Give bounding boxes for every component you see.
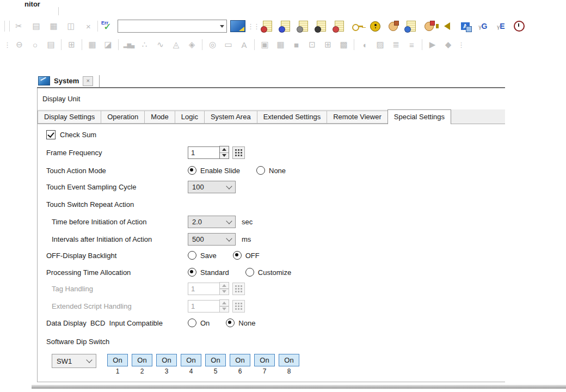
document-tab-system[interactable]: System × [38, 74, 100, 88]
radio-icon[interactable] [188, 166, 196, 175]
radio-on[interactable]: On [188, 318, 210, 327]
security-settings-icon[interactable] [368, 20, 382, 33]
tab-remote-viewer[interactable]: Remote Viewer [327, 111, 388, 124]
picture-display-icon[interactable]: ▭ [222, 38, 235, 51]
spin-down-button[interactable] [220, 152, 229, 159]
scatter-graph-icon[interactable]: ∴ [138, 38, 151, 51]
tab-mode[interactable]: Mode [144, 111, 175, 124]
monitor-display-icon[interactable]: ⊡ [305, 38, 319, 51]
copy-icon[interactable]: ▤ [29, 20, 43, 33]
key-settings-icon[interactable] [350, 20, 364, 33]
radio-icon[interactable] [188, 268, 196, 277]
touch-operation-icon[interactable] [422, 20, 436, 33]
radio-enable-slide[interactable]: Enable Slide [188, 166, 240, 175]
time-before-dropdown[interactable]: 2.0 [188, 216, 236, 228]
sound-settings-icon[interactable] [440, 20, 454, 33]
radio-icon[interactable] [233, 251, 242, 260]
menu-fragment[interactable]: nitor [24, 0, 40, 8]
spin-down-button[interactable] [220, 289, 229, 295]
spin-up-button[interactable] [220, 146, 229, 152]
system-settings-icon[interactable] [297, 20, 310, 33]
dip-switch-selector[interactable]: SW1 [52, 354, 96, 368]
copy-screen-icon[interactable] [333, 20, 346, 33]
bar-graph-icon[interactable]: ▂▆▄ [122, 38, 136, 51]
dip-switch-button[interactable]: On [132, 354, 152, 366]
radio-save[interactable]: Save [188, 251, 217, 260]
tab-system-area[interactable]: System Area [204, 111, 257, 124]
hand-data-icon[interactable] [386, 20, 400, 33]
radio-icon[interactable] [226, 318, 235, 327]
csv-export-icon[interactable] [315, 20, 328, 33]
intervals-after-dropdown[interactable]: 500 [188, 233, 236, 246]
schedule-table-icon[interactable] [404, 20, 418, 33]
delete-icon[interactable]: × [82, 20, 95, 33]
extended-function-icon[interactable]: γE [494, 20, 508, 33]
keypad-part-icon[interactable]: ▦ [85, 38, 99, 51]
horizontal-scrollbar[interactable] [32, 385, 566, 389]
radio-icon[interactable] [188, 251, 196, 260]
language-change-icon[interactable]: A [458, 20, 472, 33]
switch-part-icon[interactable]: ⊖ [13, 38, 26, 51]
dip-switch-button[interactable]: On [107, 354, 128, 366]
global-function-icon[interactable]: γG [476, 20, 490, 33]
data-list-icon[interactable]: ≣ [389, 38, 403, 51]
historical-trend-icon[interactable]: ◎ [206, 38, 219, 51]
window-part-icon[interactable]: ▣ [258, 38, 272, 51]
screen-select-combobox[interactable] [118, 20, 227, 33]
comment-part-icon[interactable]: ◖ [358, 38, 371, 51]
duplicate-icon[interactable]: ◫ [64, 20, 78, 33]
tab-logic[interactable]: Logic [175, 111, 205, 124]
dip-switch-button[interactable]: On [181, 354, 201, 366]
dip-switch-button[interactable]: On [230, 354, 250, 366]
cut-icon[interactable]: ✂ [12, 20, 26, 33]
spinner-value-field[interactable]: 1 [188, 300, 219, 313]
keypad-button[interactable] [232, 283, 245, 295]
message-part-icon[interactable]: ▤ [44, 38, 58, 51]
alarm-list-icon[interactable]: ≡ [405, 38, 419, 51]
radio-off[interactable]: OFF [233, 251, 260, 260]
meter-part-icon[interactable]: ◈ [185, 38, 199, 51]
spinner-value-field[interactable]: 1 [188, 146, 219, 159]
close-icon[interactable]: × [83, 76, 93, 86]
symbol-part-icon[interactable]: ▨ [373, 38, 387, 51]
transfer-project-icon[interactable] [279, 20, 292, 33]
data-block-icon[interactable]: ◪ [101, 38, 115, 51]
sampling-part-icon[interactable]: ◆ [441, 38, 455, 51]
radio-customize[interactable]: Customize [245, 268, 291, 277]
keypad-button[interactable] [232, 300, 245, 313]
screen-preview-button[interactable] [230, 20, 245, 32]
radio-icon[interactable] [188, 318, 196, 327]
spinner-value-field[interactable]: 1 [188, 283, 219, 295]
paste-icon[interactable]: ▦ [47, 20, 60, 33]
film-display-icon[interactable]: ▦ [274, 38, 287, 51]
touch-input-icon[interactable]: ▶ [426, 38, 439, 51]
radio-standard[interactable]: Standard [188, 268, 229, 277]
keypad-button[interactable] [232, 146, 245, 159]
radio-none[interactable]: None [226, 318, 255, 327]
error-check-icon[interactable]: Err ✓ [100, 20, 114, 33]
check-sum-checkbox[interactable] [46, 130, 56, 139]
lamp-part-icon[interactable]: ○ [28, 38, 42, 51]
tab-display-settings[interactable]: Display Settings [38, 111, 101, 124]
spin-down-button[interactable] [220, 306, 229, 313]
package-timer-icon[interactable] [512, 20, 526, 33]
radio-icon[interactable] [256, 166, 265, 175]
dip-switch-button[interactable]: On [279, 354, 299, 366]
date-part-icon[interactable]: ⊞ [65, 38, 78, 51]
dip-switch-button[interactable]: On [254, 354, 275, 366]
tab-special-settings[interactable]: Special Settings [387, 109, 451, 124]
movie-camera-icon[interactable]: ■ [290, 38, 303, 51]
radar-graph-icon[interactable]: ◬ [169, 38, 183, 51]
remote-pc-icon[interactable]: ⊞ [321, 38, 335, 51]
tab-extended-settings[interactable]: Extended Settings [257, 111, 328, 124]
line-graph-icon[interactable]: ∿ [153, 38, 167, 51]
text-display-icon[interactable]: A [237, 38, 251, 51]
spin-up-button[interactable] [220, 300, 229, 306]
radio-icon[interactable] [245, 268, 254, 277]
dip-switch-button[interactable]: On [205, 354, 226, 366]
tab-operation[interactable]: Operation [101, 111, 145, 124]
spin-up-button[interactable] [220, 283, 229, 289]
dip-switch-button[interactable]: On [156, 354, 177, 366]
image-unit-icon[interactable]: ▩ [337, 38, 350, 51]
transfer-settings-icon[interactable] [261, 20, 274, 33]
